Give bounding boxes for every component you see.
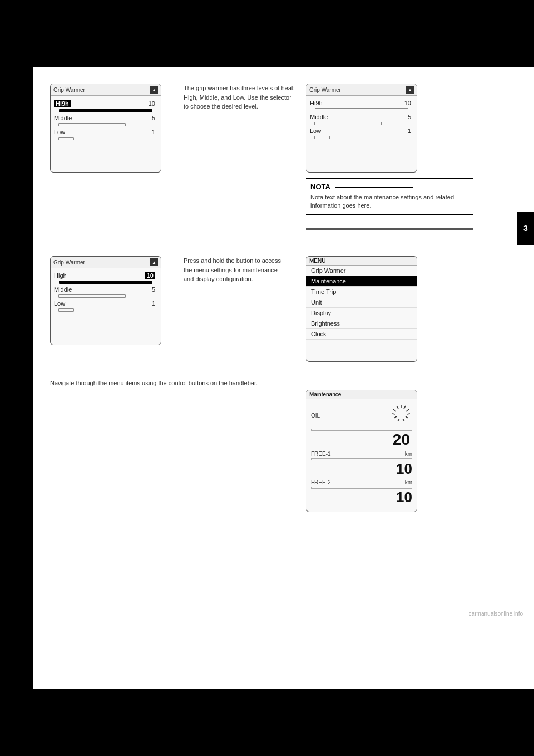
menu-item-display: Display <box>306 308 417 318</box>
panel-grip-warmer-1: Grip Warmer ▲ Hi9h 10 Middle 5 Low <box>50 84 161 173</box>
top-bar <box>0 0 534 67</box>
panel2-bar-low <box>314 136 330 139</box>
panel5-body: OIL <box>306 401 417 507</box>
note-text: Nota text about the maintenance settings… <box>310 193 468 210</box>
panel-grip-warmer-3: Grip Warmer ▲ High 10 Middle 5 Low 1 <box>50 256 161 345</box>
panel3-bar-high-selected <box>59 281 152 284</box>
panel1-value-middle: 5 <box>152 115 155 121</box>
panel1-label-high: Hi9h <box>54 100 71 107</box>
menu-item-time-trip: Time Trip <box>306 287 417 297</box>
panel5-title: Maintenance <box>309 391 341 397</box>
panel1-row-middle: Middle 5 <box>54 115 157 121</box>
menu-item-grip-warmer: Grip Warmer <box>306 266 417 276</box>
panel1-label-low: Low <box>54 129 65 135</box>
panel1-bar-middle <box>58 123 126 126</box>
panel3-row-high: High 10 <box>54 272 157 279</box>
svg-line-5 <box>403 419 404 421</box>
panel3-bar-low <box>58 308 74 312</box>
panel2-row-middle: Middle 5 <box>310 114 413 120</box>
note-title: NOTA <box>310 183 468 191</box>
panel2-header: Grip Warmer ▲ <box>306 84 417 96</box>
menu-item-brightness: Brightness <box>306 318 417 329</box>
panel5-free2-row: FREE-2 km <box>311 479 412 485</box>
panel1-row-high: Hi9h 10 <box>54 100 157 107</box>
panel3-title: Grip Warmer <box>53 259 85 266</box>
panel1-value-low: 1 <box>152 129 155 135</box>
note-box: NOTA Nota text about the maintenance set… <box>306 178 473 215</box>
panel5-oil-label: OIL <box>311 413 320 419</box>
panel3-label-low: Low <box>54 300 65 307</box>
panel1-warning-icon: ▲ <box>150 86 158 94</box>
panel4-header: MENU <box>306 257 417 266</box>
panel5-free1-value: 10 <box>311 462 412 476</box>
divider-after-note <box>306 228 473 230</box>
panel-menu: MENU Grip Warmer Maintenance Time Trip U… <box>306 256 417 362</box>
body-text-1: The grip warmer has three levels of heat… <box>184 84 295 111</box>
page: 3 Grip Warmer ▲ Hi9h 10 Middle 5 <box>0 0 534 756</box>
body-text-2: Press and hold the button to access the … <box>184 256 289 284</box>
svg-line-3 <box>407 414 410 414</box>
watermark: carmanualsonline.info <box>469 611 523 617</box>
panel2-value-low: 1 <box>408 127 411 134</box>
panel1-bar-high <box>59 109 152 112</box>
panel5-free2-section: FREE-2 km 10 <box>311 479 412 504</box>
content-area: Grip Warmer ▲ Hi9h 10 Middle 5 Low <box>33 67 534 689</box>
panel3-body: High 10 Middle 5 Low 1 <box>51 268 161 315</box>
panel4-title: MENU <box>309 258 325 264</box>
panel2-row-high: Hi9h 10 <box>310 100 413 106</box>
panel2-bar-high <box>315 108 408 111</box>
panel5-free2-value: 10 <box>311 490 412 504</box>
body-text-3: Navigate through the menu items using th… <box>50 379 284 388</box>
panel2-value-middle: 5 <box>408 114 411 120</box>
panel2-row-low: Low 1 <box>310 127 413 134</box>
panel1-bar-low <box>58 137 74 140</box>
panel5-free1-unit: km <box>405 451 412 457</box>
panel3-row-middle: Middle 5 <box>54 286 157 293</box>
bottom-bar <box>0 689 534 756</box>
panel1-header: Grip Warmer ▲ <box>51 84 161 96</box>
panel2-label-low: Low <box>310 127 321 134</box>
panel1-row-low: Low 1 <box>54 129 157 135</box>
panel2-title: Grip Warmer <box>309 87 341 93</box>
menu-item-maintenance: Maintenance <box>306 276 417 287</box>
panel2-body: Hi9h 10 Middle 5 Low 1 <box>306 96 417 143</box>
panel3-label-high: High <box>54 272 67 279</box>
panel1-value-high: 10 <box>149 100 155 107</box>
panel4-items: Grip Warmer Maintenance Time Trip Unit D… <box>306 266 417 340</box>
svg-line-6 <box>397 406 398 409</box>
panel5-free1-row: FREE-1 km <box>311 451 412 457</box>
svg-line-1 <box>404 406 406 409</box>
menu-item-clock: Clock <box>306 329 417 340</box>
panel3-warning-icon: ▲ <box>150 258 158 266</box>
panel3-row-low: Low 1 <box>54 300 157 307</box>
svg-line-8 <box>392 414 395 414</box>
svg-line-10 <box>398 419 399 421</box>
panel5-free1-section: FREE-1 km 10 <box>311 451 412 476</box>
oil-burst-icon <box>390 404 412 428</box>
panel5-free2-unit: km <box>405 479 412 485</box>
svg-line-9 <box>394 416 397 418</box>
panel2-label-middle: Middle <box>310 114 328 120</box>
panel5-free1-label: FREE-1 <box>311 451 331 457</box>
panel2-value-high: 10 <box>404 100 411 106</box>
panel5-oil-value: 20 <box>311 432 410 448</box>
menu-item-unit: Unit <box>306 297 417 308</box>
svg-line-7 <box>393 409 396 411</box>
panel2-label-high: Hi9h <box>310 100 323 106</box>
panel5-free2-label: FREE-2 <box>311 479 331 485</box>
panel1-label-middle: Middle <box>54 115 72 121</box>
panel1-title: Grip Warmer <box>53 87 85 93</box>
panel3-value-middle: 5 <box>152 286 155 293</box>
panel-maintenance: Maintenance OIL <box>306 390 417 512</box>
svg-line-4 <box>406 416 408 418</box>
panel3-label-middle: Middle <box>54 286 72 293</box>
panel2-bar-middle <box>314 122 382 125</box>
panel2-warning-icon: ▲ <box>406 86 414 94</box>
panel5-oil-row: OIL <box>311 404 412 428</box>
panel1-body: Hi9h 10 Middle 5 Low 1 <box>51 96 161 144</box>
svg-line-2 <box>406 409 409 411</box>
panel5-header: Maintenance <box>306 390 417 399</box>
panel-grip-warmer-2: Grip Warmer ▲ Hi9h 10 Middle 5 Low 1 <box>306 84 417 173</box>
left-margin <box>0 67 33 689</box>
panel5-oil-section: OIL <box>311 404 412 448</box>
